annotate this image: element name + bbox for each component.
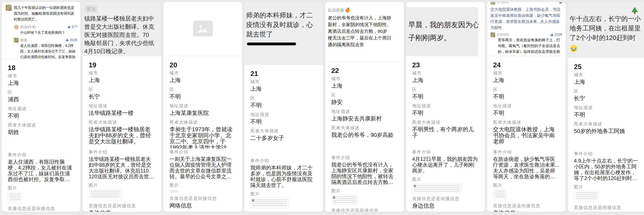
field-label-city: 城市 [574,73,640,77]
field-value-event: 我师弟的本科师妹，才二十多岁，也是因为疫情没有及时就诊，心脏不舒服送医院隔天就去… [250,165,317,188]
record-cover-image[interactable]: ETHAN 交大电院退休教授，上海书协会员，书法家吴中南老师在急诊病逝，缺少氧气… [487,2,566,56]
cover-text-line: 镇路某楼一楼独居老夫妇中 [84,15,161,23]
field-value-district: 不明 [493,93,560,100]
field-value-deceased: 胡姓 [8,129,74,135]
field-label-direct: 直接信息还是间接信息 [574,205,640,209]
field-label-event: 事件介绍 [493,150,560,154]
thumbs-up-icon [68,25,71,29]
record-card[interactable]: 早晨，我的朋友因为心 子刚刚两岁。 23 城市上海 区不明 地址描述不明 死者大… [406,2,485,212]
attachment-thumbnail[interactable] [250,198,289,208]
field-label-deceased: 死者大体描述 [412,120,479,124]
field-value-event: 在急诊病逝，缺少氧气等医疗资源，哀求医生救治未果...夫人亦感染为阳性，吴老师等… [493,156,560,179]
reply-text: 老人住浦西，有陈旧性脑梗，4.2摔跤，女儿被封在浦东过不了江，妹妹们虽住浦西但也… [20,43,77,59]
field-value-city: 上海 [412,77,479,83]
field-label-district: 区 [412,87,479,92]
field-label-address: 地址描述 [8,106,74,111]
field-label-deceased: 死者大体描述 [250,129,317,133]
attachment-thumbnail[interactable] [574,191,598,202]
field-value-deceased: 50岁的外地务工阿姨 [574,128,640,134]
field-label-address: 地址描述 [331,109,398,114]
field-value-event: 4月12日早晨，我的朋友因为心梗永远离开了，儿子刚刚两岁。 [412,156,479,173]
cover-text-line: 曾是交大出版社翻译。休克 [84,23,161,31]
record-card[interactable]: ETHAN 交大电院退休教授，上海书协会员，书法家吴中南老师在急诊病逝，缺少氧气… [487,2,566,212]
thumbs-up-icon [559,2,562,4]
field-value-city: 上海 [574,79,640,85]
attachment-thumbnail[interactable] [170,190,178,193]
record-card[interactable]: 师弟的本科师妹，才二 疫情没有及时就诊，心 就去世了 21 城市上海 区不明 地… [244,2,323,212]
record-cover-image[interactable]: 师弟的本科师妹，才二 疫情没有及时就诊，心 就去世了 [244,2,323,65]
field-label-image: 图片 [250,192,317,196]
field-value-city: 上海 [8,80,74,86]
attachment-thumbnail[interactable] [493,189,507,200]
record-number: 20 [170,62,236,68]
attachment-thumbnail[interactable] [8,192,22,203]
field-value-district: 不明 [250,102,317,108]
cover-text-line: 4月10日晚记录。 [84,47,161,56]
quoted-text: 交大电院退休教授，上海书协会员，书法家吴中南老师在急诊病逝，缺少氧气等医疗资源，… [490,7,562,31]
message-bubble: 早晨，我的朋友因为心 子刚刚两岁。 [406,7,478,56]
attachment-thumbnail[interactable] [331,195,358,205]
field-label-district: 区 [250,96,317,100]
record-cover-image[interactable] [164,2,242,56]
record-number: 22 [331,67,398,74]
reply-text: 什么时候？生了其他疾病吗？ [20,30,77,35]
field-label-event: 事件介绍 [412,150,479,154]
field-label-address: 地址描述 [170,104,236,108]
reply-author: 柿油(作者) [20,24,36,30]
poster-name: ETHAN [497,2,508,4]
field-value-direct: 网络信息 [170,202,236,208]
field-label-deceased: 死者大体描述 [89,120,155,124]
record-card[interactable]: 午十点左右，长宁的一小 地务工阿姨，在出租屋里 了2个小时的120赶到时 25 … [568,2,644,212]
thumbs-up-icon [66,39,69,42]
reply-author: ETHAN [497,33,508,37]
record-number: 21 [250,70,317,77]
record-cover-image[interactable]: 置顶 镇路某楼一楼独居老夫妇中 曾是交大出版社翻译。休克 医无对接医院而去世。7… [82,2,161,56]
field-label-city: 城市 [331,76,398,81]
field-label-city: 城市 [89,71,155,75]
image-placeholder-icon [193,21,213,37]
field-label-direct: 直接信息还是间接信息 [89,203,155,208]
field-label-direct: 直接信息还是间接信息 [331,208,398,212]
attachment-thumbnail[interactable] [89,189,122,200]
record-cover-image[interactable]: 午十点左右，长宁的一小 地务工阿姨，在出租屋里 了2个小时的120赶到时 [568,2,644,58]
record-number: 19 [89,62,155,68]
cover-text-line: 离酒店后差点转去方舱，90岁 [328,28,404,35]
field-label-address: 地址描述 [250,112,317,117]
field-value-district: 不明 [412,93,479,100]
record-card[interactable]: 鼠甜橙酱 老公的爷爷也没有计入，上海静 新村，全家阴的情况下他阳性。 离酒店后差… [325,2,404,212]
field-value-city: 上海 [250,86,317,92]
record-card[interactable]: 我几十年前就认识的一位胡姓朋友也是因为封控、核酸检测等原因没有得到及时救治而死亡… [2,2,81,212]
record-cover-image[interactable]: 我几十年前就认识的一位胡姓朋友也是因为封控、核酸检测等原因没有得到及时救治而死亡… [2,2,80,59]
record-card[interactable]: 20 城市上海 区不明 地址描述上海某康复医院 死者大体描述李昶生于1973年，… [163,2,242,212]
orange-emoji [346,9,350,13]
field-value-deceased: 不明男性，有个两岁的儿子 [412,126,479,138]
attachment-thumbnail[interactable] [412,183,462,193]
cover-text-line: 午十点左右，长宁的一小 [570,14,644,24]
tree-emoji [632,4,638,12]
field-label-city: 城市 [493,71,560,75]
field-value-city: 上海 [170,77,236,83]
field-label-image: 图片 [8,186,74,190]
cover-text-line: 疫情没有及时就诊，心 [246,20,323,30]
field-label-direct: 直接信息还是间接信息 [8,206,74,211]
cover-text-line: 了2个小时的120赶到时 [570,33,644,43]
field-label-city: 城市 [250,79,317,84]
field-value-address: 不明 [412,110,479,116]
field-value-address: 不明 [493,110,560,116]
field-label-image: 图片 [412,177,479,181]
reply-author: 敏宴 [20,37,27,43]
record-cover-image[interactable]: 早晨，我的朋友因为心 子刚刚两岁。 [406,2,485,56]
field-value-address: 上海某康复医院 [170,110,236,116]
field-value-deceased: 李昶生于1973年，曾就读于北京史家胡同小学、北京二中、北京四中，于1992年考… [170,126,236,148]
cover-text-line: 新村，全家阴的情况下他阳性。 [328,21,404,28]
like-count: 3506 [70,37,78,43]
field-label-deceased: 死者大体描述 [170,120,236,124]
field-value-deceased: 二十多岁女子 [250,135,317,141]
record-cover-image[interactable]: 鼠甜橙酱 老公的爷爷也没有计入，上海静 新村，全家阴的情况下他阳性。 离酒店后差… [325,2,404,62]
field-label-deceased: 死者大体描述 [493,120,560,124]
crying-face-emoji [570,45,577,52]
record-number: 18 [8,64,74,71]
record-card[interactable]: 置顶 镇路某楼一楼独居老夫妇中 曾是交大出版社翻译。休克 医无对接医院而去世。7… [82,2,162,212]
cover-text-line: 就去世了 [246,30,323,39]
field-label-district: 区 [170,87,236,92]
